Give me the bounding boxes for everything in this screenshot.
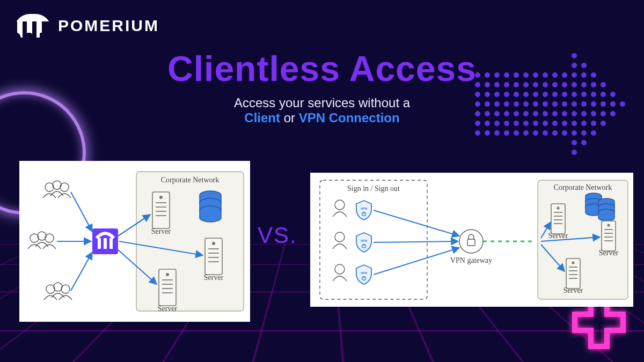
server-label: Server (151, 227, 171, 235)
user-icon (333, 200, 347, 217)
svg-point-100 (572, 130, 577, 136)
vpn-shield-icon (356, 201, 371, 220)
users-icon (43, 181, 71, 198)
database-icon (598, 198, 614, 221)
svg-point-68 (552, 130, 558, 136)
svg-rect-122 (109, 238, 113, 249)
right-box-label: Corporate Network (554, 183, 612, 191)
user-icon (333, 264, 347, 281)
server-label: Server (204, 274, 224, 282)
users-icon (44, 283, 72, 300)
server-icon (152, 192, 170, 228)
svg-point-63 (504, 130, 509, 136)
server-icon (602, 221, 616, 251)
svg-point-67 (543, 130, 548, 136)
vpn-shield-icon (356, 265, 371, 284)
subtitle-lead: Access your services without a (234, 95, 410, 110)
server-icon (205, 238, 222, 275)
pomerium-mark-icon (14, 14, 52, 38)
svg-point-60 (475, 130, 480, 136)
svg-point-69 (562, 130, 567, 136)
svg-rect-120 (98, 238, 101, 249)
svg-point-102 (591, 130, 596, 136)
svg-point-65 (523, 130, 529, 136)
vpn-gateway-label: VPN gateway (450, 256, 492, 264)
server-icon (159, 269, 176, 306)
subtitle-or: or (280, 110, 299, 125)
svg-point-105 (572, 150, 577, 155)
svg-point-104 (581, 140, 587, 145)
diagram-clientless: Corporate Network Server Server Server (19, 161, 250, 322)
vpn-gateway-icon (459, 230, 483, 253)
svg-point-101 (581, 130, 587, 136)
auth-box-label: Sign in / Sign out (347, 184, 400, 193)
brand-name: POMERIUM (58, 17, 159, 35)
database-icon (200, 191, 221, 222)
server-label: Server (599, 249, 619, 257)
subtitle-highlight-vpn: VPN Connection (299, 110, 400, 125)
vpn-shield-icon (356, 233, 371, 252)
svg-point-62 (494, 130, 500, 136)
svg-rect-138 (467, 239, 475, 246)
svg-point-66 (533, 130, 538, 136)
page-title: Clientless Access (0, 48, 644, 89)
server-label: Server (548, 232, 568, 240)
svg-point-64 (514, 130, 519, 136)
pomerium-gateway-icon (92, 228, 118, 254)
diagram-vpn: VPN Sign in / Sign out (310, 173, 633, 307)
server-label: Server (564, 286, 583, 294)
server-icon (566, 258, 580, 289)
users-icon (28, 232, 56, 249)
page-subtitle: Access your services without a Client or… (0, 95, 644, 125)
svg-point-103 (572, 140, 577, 145)
svg-rect-121 (104, 238, 107, 249)
server-label: Server (158, 305, 178, 313)
svg-point-61 (485, 130, 490, 136)
subtitle-highlight-client: Client (244, 110, 280, 125)
svg-point-137 (459, 230, 483, 253)
user-icon (333, 232, 347, 249)
server-icon (551, 204, 565, 234)
brand-logo: POMERIUM (14, 14, 159, 38)
versus-label: VS. (258, 223, 297, 248)
left-box-label: Corporate Network (161, 176, 219, 184)
